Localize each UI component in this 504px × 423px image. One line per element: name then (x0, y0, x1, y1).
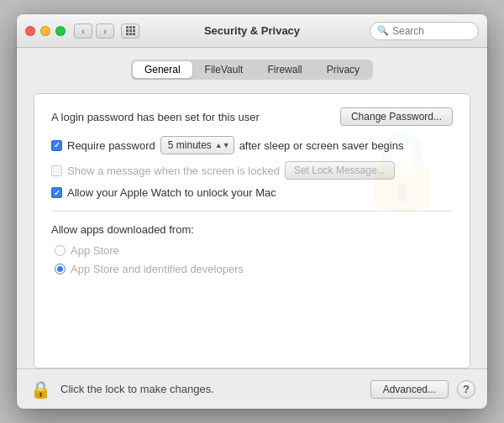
maximize-button[interactable] (55, 26, 66, 36)
radio-app-store-row: App Store (55, 244, 453, 257)
back-button[interactable]: ‹ (74, 24, 92, 39)
content-area: General FileVault Firewall Privacy 🔒 A l… (17, 48, 487, 368)
require-password-label: Require password (67, 139, 155, 152)
radio-app-store[interactable] (55, 245, 66, 256)
settings-panel: 🔒 A login password has been set for this… (34, 93, 470, 368)
bottom-bar: 🔒 Click the lock to make changes. Advanc… (17, 368, 487, 409)
login-password-text: A login password has been set for this u… (51, 111, 260, 123)
window-title: Security & Privacy (204, 24, 300, 37)
login-password-row: A login password has been set for this u… (51, 107, 453, 126)
tab-firewall[interactable]: Firewall (255, 61, 313, 78)
radio-app-store-identified[interactable] (55, 264, 66, 274)
titlebar: ‹ › Security & Privacy 🔍 (17, 14, 487, 48)
minimize-button[interactable] (40, 26, 50, 36)
show-message-checkbox[interactable] (51, 165, 62, 176)
apple-watch-checkbox[interactable] (51, 187, 62, 198)
bottom-status-text: Click the lock to make changes. (60, 383, 214, 395)
lock-icon-button[interactable]: 🔒 (29, 378, 52, 401)
advanced-button[interactable]: Advanced... (370, 380, 449, 399)
forward-button[interactable]: › (96, 24, 114, 39)
tab-group: General FileVault Firewall Privacy (131, 60, 373, 80)
radio-app-store-label: App Store (71, 244, 119, 257)
tab-privacy[interactable]: Privacy (315, 61, 371, 78)
tabs: General FileVault Firewall Privacy (34, 60, 470, 80)
tab-general[interactable]: General (133, 61, 192, 78)
grid-icon (126, 26, 135, 35)
close-button[interactable] (25, 26, 35, 36)
search-icon: 🔍 (377, 25, 389, 36)
require-password-row: Require password 5 minutes ▲▼ after slee… (51, 136, 453, 154)
grid-button[interactable] (121, 24, 139, 39)
dropdown-arrow-icon: ▲▼ (215, 141, 230, 149)
change-password-button[interactable]: Change Password... (340, 107, 453, 126)
password-interval-dropdown[interactable]: 5 minutes ▲▼ (160, 136, 234, 154)
tab-filevault[interactable]: FileVault (193, 61, 255, 78)
lock-icon: 🔒 (30, 379, 51, 400)
main-window: ‹ › Security & Privacy 🔍 General FileVau… (17, 14, 487, 409)
search-box[interactable]: 🔍 (370, 22, 479, 40)
traffic-lights (25, 26, 66, 36)
allow-apps-label: Allow apps downloaded from: (51, 223, 453, 236)
apple-watch-row: Allow your Apple Watch to unlock your Ma… (51, 186, 453, 199)
search-input[interactable] (392, 25, 471, 37)
after-sleep-label: after sleep or screen saver begins (239, 139, 404, 152)
show-message-row: Show a message when the screen is locked… (51, 161, 453, 180)
nav-buttons: ‹ › (74, 24, 139, 39)
require-password-checkbox[interactable] (51, 140, 62, 151)
help-button[interactable]: ? (457, 380, 475, 399)
password-interval-value: 5 minutes (168, 139, 212, 151)
show-message-label: Show a message when the screen is locked (67, 164, 280, 177)
apple-watch-label: Allow your Apple Watch to unlock your Ma… (67, 186, 276, 199)
radio-group: App Store App Store and identified devel… (51, 244, 453, 275)
set-lock-message-button[interactable]: Set Lock Message... (285, 161, 395, 180)
radio-app-store-identified-row: App Store and identified developers (55, 263, 453, 275)
radio-app-store-identified-label: App Store and identified developers (71, 263, 244, 275)
divider (51, 211, 453, 212)
